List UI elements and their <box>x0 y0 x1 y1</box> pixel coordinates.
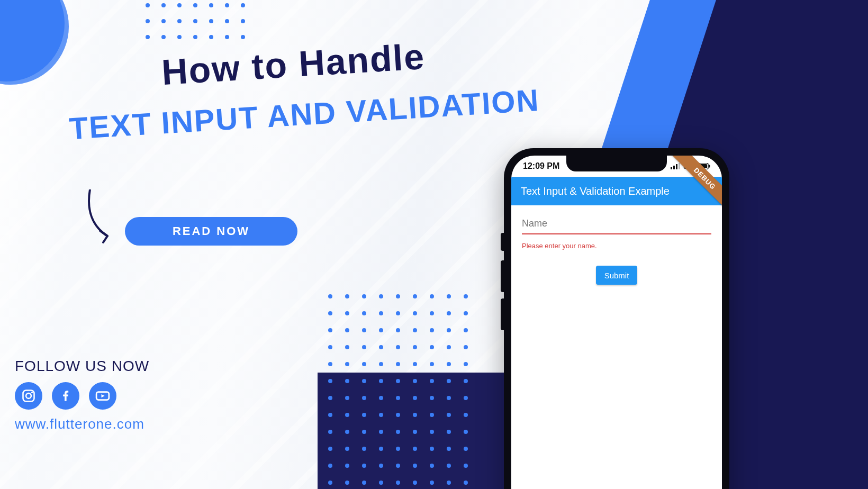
corner-arc <box>0 0 69 85</box>
name-field-underline[interactable] <box>522 233 711 234</box>
signal-bars-icon <box>671 163 680 169</box>
app-title: Text Input & Validation Example <box>521 185 670 197</box>
svg-rect-10 <box>709 165 710 168</box>
instagram-icon[interactable] <box>15 382 42 410</box>
name-field-label: Name <box>522 218 711 229</box>
phone-screen: DEBUG 12:09 PM 5G <box>511 156 722 489</box>
social-row <box>15 382 116 410</box>
follow-us-heading: FOLLOW US NOW <box>15 358 149 375</box>
status-time: 12:09 PM <box>523 161 559 171</box>
submit-button[interactable]: Submit <box>596 266 637 285</box>
read-now-button[interactable]: READ NOW <box>125 217 297 246</box>
phone-volume-up <box>501 260 504 292</box>
svg-rect-5 <box>673 166 675 169</box>
svg-rect-6 <box>676 164 677 169</box>
phone-mockup: DEBUG 12:09 PM 5G <box>504 148 729 489</box>
website-url[interactable]: www.flutterone.com <box>15 416 144 432</box>
arrow-icon <box>82 189 119 248</box>
phone-mute-switch <box>501 233 504 251</box>
dot-pattern-bottom <box>328 294 478 489</box>
submit-label: Submit <box>604 271 629 280</box>
phone-notch <box>566 156 667 171</box>
dot-pattern-top <box>146 3 254 48</box>
svg-rect-7 <box>679 163 680 169</box>
title-line-2: TEXT INPUT AND VALIDATION <box>68 82 540 146</box>
svg-point-1 <box>26 393 31 399</box>
hero-graphic: How to Handle TEXT INPUT AND VALIDATION … <box>0 0 868 489</box>
form-area: Name Please enter your name. Submit <box>511 205 722 285</box>
read-now-label: READ NOW <box>173 224 250 238</box>
name-field-error: Please enter your name. <box>522 242 711 250</box>
facebook-icon[interactable] <box>52 382 79 410</box>
svg-point-2 <box>31 392 33 393</box>
svg-rect-4 <box>671 167 672 169</box>
phone-volume-down <box>501 298 504 330</box>
app-bar: Text Input & Validation Example <box>511 177 722 205</box>
youtube-icon[interactable] <box>89 382 116 410</box>
